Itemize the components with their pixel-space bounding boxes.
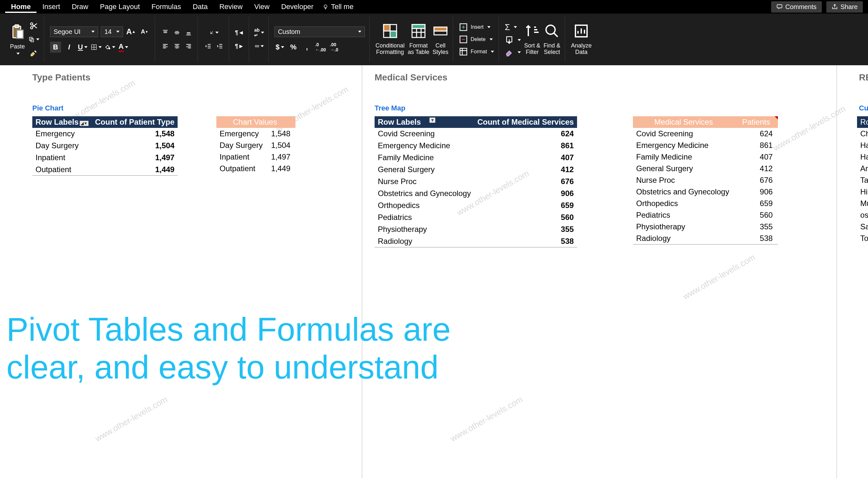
rtl-button[interactable]: ¶◄ [235,28,244,37]
number-format-select[interactable]: Custom [275,27,365,37]
analyze-data-button[interactable]: Analyze Data [571,23,592,56]
medical-services-value-table[interactable]: Medical Services Patients Covid Screenin… [633,116,778,244]
autosum-button[interactable]: Σ [505,22,517,32]
tell-me-search[interactable]: Tell me [322,3,353,11]
table-row: Inpatient1,497 [32,152,178,164]
chevron-down-icon [98,46,102,48]
align-bottom-button[interactable] [184,28,193,37]
insert-cells-button[interactable]: Insert [459,23,491,32]
group-styles: Conditional Formatting Format as Table C… [371,17,454,62]
section-title-type-patients: Type Patients [32,72,90,83]
align-middle-icon [174,29,181,36]
comments-label: Comments [785,3,817,11]
align-middle-button[interactable] [173,28,182,37]
pivot2-header-rowlabels[interactable]: Row Labels▼ [375,116,474,128]
sort-dropdown-icon[interactable]: ▼ [430,118,435,123]
font-size-select[interactable]: 14 [101,27,123,37]
tell-me-label: Tell me [331,3,353,11]
chevron-down-icon [514,26,517,28]
ribbon-toolbar: Paste Segoe UI 14 A▲ A▼ B I U [0,13,868,65]
comments-button[interactable]: Comments [771,1,822,12]
font-name-select[interactable]: Segoe UI [50,27,98,37]
align-top-button[interactable] [161,28,170,37]
sort-dropdown-icon[interactable]: ◢▼ [80,121,89,126]
tab-insert[interactable]: Insert [36,1,66,13]
tab-page-layout[interactable]: Page Layout [94,1,146,13]
currency-button[interactable]: $ [275,42,285,53]
align-right-icon [185,42,192,50]
chevron-down-icon [125,46,128,48]
table-row: Orthopedics659 [375,200,577,212]
orientation-button[interactable] [210,28,219,37]
column-separator [836,65,837,478]
tab-draw[interactable]: Draw [66,1,94,13]
align-left-button[interactable] [161,42,170,51]
paste-button[interactable]: Paste [10,24,25,55]
svg-rect-14 [390,31,397,37]
table-row: Orthopedics659 [633,198,778,209]
ltr-button[interactable]: ¶► [235,42,244,51]
chevron-down-icon [36,38,39,40]
italic-button[interactable]: I [64,42,74,53]
pivot-table-patient-type[interactable]: Row Labels◢▼ Count of Patient Type Emerg… [32,116,178,176]
wrap-text-button[interactable]: ab↵ [255,28,264,37]
increase-font-button[interactable]: A▲ [126,26,136,37]
font-color-button[interactable]: A [118,42,129,53]
delete-icon [459,35,468,44]
comment-icon [776,4,783,10]
bucket-icon [104,42,111,52]
decrease-indent-button[interactable] [204,42,213,51]
chevron-down-icon [260,45,264,47]
tab-review[interactable]: Review [213,1,248,13]
tab-formulas[interactable]: Formulas [146,1,187,13]
cell-styles-button[interactable]: Cell Styles [432,23,448,56]
delete-label: Delete [470,36,485,42]
tab-developer[interactable]: Developer [275,1,319,13]
find-select-button[interactable]: Find & Select [544,23,560,56]
underline-button[interactable]: U [77,42,88,53]
sort-filter-button[interactable]: Sort & Filter [524,23,540,56]
share-button[interactable]: Share [826,1,863,12]
bold-button[interactable]: B [50,42,61,53]
table-row: Nurse Proc676 [633,174,778,186]
cut-button[interactable] [28,20,39,31]
comma-button[interactable]: , [302,42,313,53]
fill-color-button[interactable] [104,42,115,53]
svg-rect-21 [460,49,467,55]
format-cells-button[interactable]: Format [459,47,494,56]
table-row: General Surgery412 [375,164,577,176]
indent-icon [216,42,223,50]
merge-button[interactable] [255,42,264,51]
clear-button[interactable] [505,48,521,57]
chart-values-table[interactable]: Chart Values Emergency1,548 Day Surgery1… [216,116,296,174]
pivot-table-medical-services[interactable]: Row Labels▼ Count of Medical Services Co… [375,116,577,247]
section-title-medical-services: Medical Services [375,72,447,83]
tab-data[interactable]: Data [187,1,213,13]
fill-button[interactable] [505,35,521,44]
share-icon [832,4,838,10]
table-row: Outpatient1,449 [216,163,296,174]
align-center-button[interactable] [173,42,182,51]
format-as-table-button[interactable]: Format as Table [408,23,430,56]
conditional-formatting-button[interactable]: Conditional Formatting [376,23,405,56]
increase-decimal-button[interactable]: .0←.00 [315,42,326,53]
cutoff-cell: ost [857,209,868,221]
align-right-button[interactable] [184,42,193,51]
decrease-font-button[interactable]: A▼ [139,26,150,37]
tab-home[interactable]: Home [5,1,36,13]
decrease-decimal-button[interactable]: .00→.0 [329,42,340,53]
column-separator [362,65,362,478]
worksheet-area[interactable]: www.other-levels.com www.other-levels.co… [0,65,868,478]
copy-button[interactable] [28,34,39,45]
fill-down-icon [505,35,514,44]
percent-button[interactable]: % [288,42,299,53]
increase-indent-button[interactable] [215,42,224,51]
tab-view[interactable]: View [248,1,275,13]
format-painter-button[interactable] [28,48,39,58]
pivot1-header-rowlabels[interactable]: Row Labels◢▼ [32,116,92,128]
borders-button[interactable] [91,42,102,53]
delete-cells-button[interactable]: Delete [459,35,492,44]
table-row: Outpatient1,449 [32,164,178,176]
orientation-icon [210,29,214,36]
cutoff-header: Rov [857,116,868,128]
